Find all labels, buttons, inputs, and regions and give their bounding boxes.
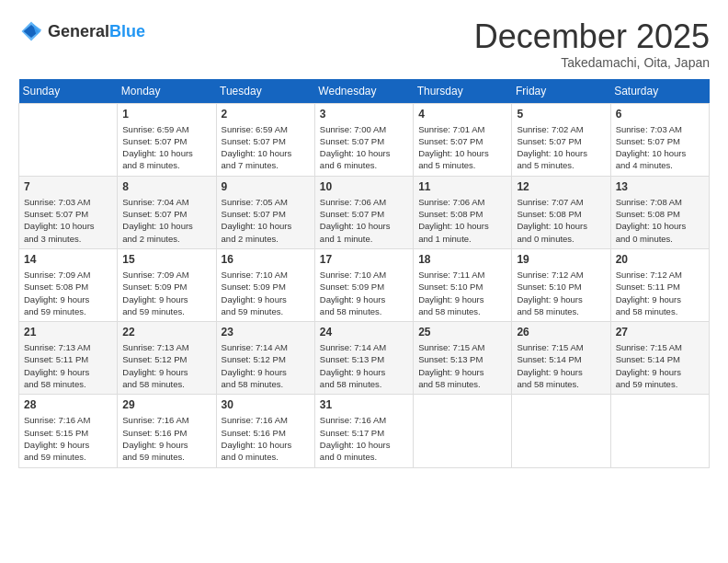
- day-number: 19: [517, 253, 605, 266]
- calendar-cell: 5Sunrise: 7:02 AMSunset: 5:07 PMDaylight…: [512, 103, 610, 176]
- day-info: Sunrise: 7:05 AMSunset: 5:07 PMDaylight:…: [222, 196, 310, 245]
- calendar-cell: 24Sunrise: 7:14 AMSunset: 5:13 PMDayligh…: [314, 322, 413, 395]
- day-info: Sunrise: 7:15 AMSunset: 5:13 PMDaylight:…: [418, 341, 506, 390]
- month-title: December 2025: [474, 18, 710, 55]
- calendar-cell: 13Sunrise: 7:08 AMSunset: 5:08 PMDayligh…: [610, 176, 709, 248]
- day-info: Sunrise: 7:09 AMSunset: 5:09 PMDaylight:…: [122, 269, 210, 317]
- calendar-table: SundayMondayTuesdayWednesdayThursdayFrid…: [18, 79, 710, 468]
- title-section: December 2025 Takedamachi, Oita, Japan: [474, 18, 710, 70]
- day-info: Sunrise: 7:15 AMSunset: 5:14 PMDaylight:…: [517, 341, 605, 390]
- day-info: Sunrise: 7:12 AMSunset: 5:10 PMDaylight:…: [517, 269, 605, 317]
- day-number: 29: [122, 398, 210, 411]
- calendar-cell: 11Sunrise: 7:06 AMSunset: 5:08 PMDayligh…: [414, 176, 512, 248]
- day-number: 12: [517, 180, 605, 193]
- calendar-cell: 30Sunrise: 7:16 AMSunset: 5:16 PMDayligh…: [216, 395, 314, 467]
- logo-text: General Blue: [48, 22, 145, 41]
- day-number: 24: [320, 326, 408, 339]
- calendar-cell: 31Sunrise: 7:16 AMSunset: 5:17 PMDayligh…: [314, 395, 413, 467]
- calendar-cell: 21Sunrise: 7:13 AMSunset: 5:11 PMDayligh…: [19, 322, 118, 395]
- day-header-sunday: Sunday: [19, 79, 118, 104]
- calendar-cell: 4Sunrise: 7:01 AMSunset: 5:07 PMDaylight…: [414, 103, 512, 176]
- day-number: 8: [122, 180, 210, 193]
- day-number: 18: [418, 253, 506, 266]
- day-info: Sunrise: 7:06 AMSunset: 5:08 PMDaylight:…: [418, 196, 506, 245]
- day-info: Sunrise: 7:09 AMSunset: 5:08 PMDaylight:…: [24, 269, 112, 317]
- week-row-1: 1Sunrise: 6:59 AMSunset: 5:07 PMDaylight…: [19, 103, 710, 176]
- day-info: Sunrise: 7:03 AMSunset: 5:07 PMDaylight:…: [616, 123, 704, 172]
- day-number: 6: [616, 108, 704, 121]
- day-number: 30: [222, 398, 310, 411]
- day-number: 15: [122, 253, 210, 266]
- calendar-cell: 22Sunrise: 7:13 AMSunset: 5:12 PMDayligh…: [118, 322, 216, 395]
- day-info: Sunrise: 7:00 AMSunset: 5:07 PMDaylight:…: [320, 123, 408, 172]
- day-number: 11: [418, 180, 506, 193]
- calendar-cell: 2Sunrise: 6:59 AMSunset: 5:07 PMDaylight…: [216, 103, 314, 176]
- day-number: 14: [24, 253, 112, 266]
- day-number: 20: [616, 253, 704, 266]
- day-number: 4: [418, 108, 506, 121]
- day-info: Sunrise: 7:13 AMSunset: 5:11 PMDaylight:…: [24, 341, 112, 390]
- day-info: Sunrise: 7:13 AMSunset: 5:12 PMDaylight:…: [122, 341, 210, 390]
- day-info: Sunrise: 7:01 AMSunset: 5:07 PMDaylight:…: [418, 123, 506, 172]
- day-number: 25: [418, 326, 506, 339]
- day-info: Sunrise: 7:14 AMSunset: 5:13 PMDaylight:…: [320, 341, 408, 390]
- day-header-thursday: Thursday: [414, 79, 512, 104]
- day-info: Sunrise: 7:10 AMSunset: 5:09 PMDaylight:…: [222, 269, 310, 317]
- calendar-cell: 3Sunrise: 7:00 AMSunset: 5:07 PMDaylight…: [314, 103, 413, 176]
- day-header-friday: Friday: [512, 79, 610, 104]
- day-info: Sunrise: 7:02 AMSunset: 5:07 PMDaylight:…: [517, 123, 605, 172]
- calendar-cell: 27Sunrise: 7:15 AMSunset: 5:14 PMDayligh…: [610, 322, 709, 395]
- day-info: Sunrise: 7:03 AMSunset: 5:07 PMDaylight:…: [24, 196, 112, 245]
- day-number: 7: [24, 180, 112, 193]
- day-info: Sunrise: 6:59 AMSunset: 5:07 PMDaylight:…: [122, 123, 210, 172]
- week-row-5: 28Sunrise: 7:16 AMSunset: 5:15 PMDayligh…: [19, 395, 710, 467]
- calendar-cell: [19, 103, 118, 176]
- calendar-cell: 26Sunrise: 7:15 AMSunset: 5:14 PMDayligh…: [512, 322, 610, 395]
- day-number: 2: [222, 108, 310, 121]
- calendar-cell: 8Sunrise: 7:04 AMSunset: 5:07 PMDaylight…: [118, 176, 216, 248]
- logo: General Blue: [18, 18, 145, 44]
- day-number: 16: [222, 253, 310, 266]
- day-info: Sunrise: 7:06 AMSunset: 5:07 PMDaylight:…: [320, 196, 408, 245]
- calendar-cell: [610, 395, 709, 467]
- day-number: 26: [517, 326, 605, 339]
- day-header-saturday: Saturday: [610, 79, 709, 104]
- calendar-cell: 25Sunrise: 7:15 AMSunset: 5:13 PMDayligh…: [414, 322, 512, 395]
- week-row-4: 21Sunrise: 7:13 AMSunset: 5:11 PMDayligh…: [19, 322, 710, 395]
- day-info: Sunrise: 7:11 AMSunset: 5:10 PMDaylight:…: [418, 269, 506, 317]
- day-info: Sunrise: 7:16 AMSunset: 5:17 PMDaylight:…: [320, 414, 408, 463]
- calendar-cell: 9Sunrise: 7:05 AMSunset: 5:07 PMDaylight…: [216, 176, 314, 248]
- calendar-cell: 16Sunrise: 7:10 AMSunset: 5:09 PMDayligh…: [216, 248, 314, 321]
- day-number: 1: [122, 108, 210, 121]
- day-info: Sunrise: 7:07 AMSunset: 5:08 PMDaylight:…: [517, 196, 605, 245]
- day-info: Sunrise: 6:59 AMSunset: 5:07 PMDaylight:…: [222, 123, 310, 172]
- day-number: 3: [320, 108, 408, 121]
- calendar-cell: 29Sunrise: 7:16 AMSunset: 5:16 PMDayligh…: [118, 395, 216, 467]
- day-number: 5: [517, 108, 605, 121]
- week-row-2: 7Sunrise: 7:03 AMSunset: 5:07 PMDaylight…: [19, 176, 710, 248]
- day-number: 21: [24, 326, 112, 339]
- day-header-tuesday: Tuesday: [216, 79, 314, 104]
- calendar-cell: [512, 395, 610, 467]
- calendar-cell: 28Sunrise: 7:16 AMSunset: 5:15 PMDayligh…: [19, 395, 118, 467]
- day-number: 23: [222, 326, 310, 339]
- calendar-cell: 20Sunrise: 7:12 AMSunset: 5:11 PMDayligh…: [610, 248, 709, 321]
- day-info: Sunrise: 7:16 AMSunset: 5:16 PMDaylight:…: [122, 414, 210, 463]
- logo-icon: [18, 18, 44, 44]
- day-info: Sunrise: 7:15 AMSunset: 5:14 PMDaylight:…: [616, 341, 704, 390]
- day-number: 9: [222, 180, 310, 193]
- calendar-cell: 15Sunrise: 7:09 AMSunset: 5:09 PMDayligh…: [118, 248, 216, 321]
- calendar-cell: 10Sunrise: 7:06 AMSunset: 5:07 PMDayligh…: [314, 176, 413, 248]
- calendar-cell: 23Sunrise: 7:14 AMSunset: 5:12 PMDayligh…: [216, 322, 314, 395]
- day-info: Sunrise: 7:14 AMSunset: 5:12 PMDaylight:…: [222, 341, 310, 390]
- calendar-cell: 7Sunrise: 7:03 AMSunset: 5:07 PMDaylight…: [19, 176, 118, 248]
- day-info: Sunrise: 7:16 AMSunset: 5:15 PMDaylight:…: [24, 414, 112, 463]
- day-number: 10: [320, 180, 408, 193]
- logo-blue: Blue: [109, 22, 145, 41]
- day-number: 27: [616, 326, 704, 339]
- calendar-cell: 18Sunrise: 7:11 AMSunset: 5:10 PMDayligh…: [414, 248, 512, 321]
- calendar-cell: 12Sunrise: 7:07 AMSunset: 5:08 PMDayligh…: [512, 176, 610, 248]
- day-headers-row: SundayMondayTuesdayWednesdayThursdayFrid…: [19, 79, 710, 104]
- calendar-cell: 14Sunrise: 7:09 AMSunset: 5:08 PMDayligh…: [19, 248, 118, 321]
- page-header: General Blue December 2025 Takedamachi, …: [18, 18, 710, 70]
